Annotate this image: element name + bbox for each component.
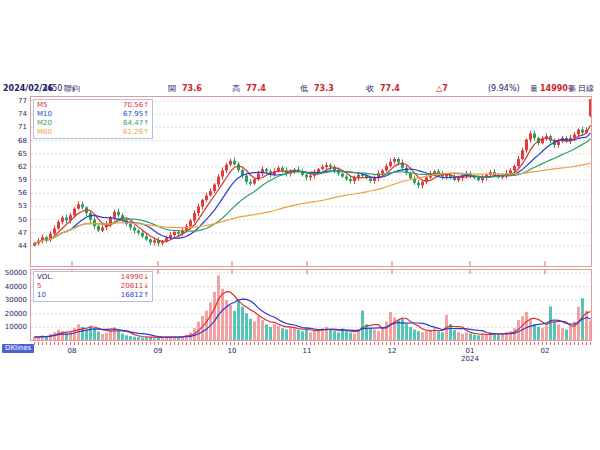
- month-label: 08: [60, 347, 84, 355]
- volume-tick-label: 10000: [1, 322, 27, 332]
- high-value: 77.4: [246, 84, 266, 94]
- price-tick-label: 56: [1, 188, 27, 198]
- ma-value: 70.56↑: [123, 101, 149, 110]
- volume-tick-label: 30000: [1, 295, 27, 305]
- volume-legend-value: 16812↑: [121, 291, 149, 300]
- volume-legend-row: 520611↓: [37, 282, 149, 291]
- volume-legend-value: 14990↓: [121, 273, 149, 282]
- month-label: 02: [533, 347, 557, 355]
- year-label: 2024: [458, 355, 482, 363]
- price-tick-label: 50: [1, 215, 27, 225]
- ma-label: M20: [37, 119, 52, 128]
- change-value: △7: [436, 84, 448, 94]
- close-value: 77.4: [380, 84, 400, 94]
- ma-legend-row: M1067.95↑: [37, 110, 149, 119]
- volume-legend-value: 20611↓: [121, 282, 149, 291]
- stock-name: 聯鈞: [64, 84, 80, 94]
- low-label: 低: [300, 84, 308, 94]
- month-label: 09: [146, 347, 170, 355]
- volume-legend-label: 10: [37, 291, 46, 300]
- month-label: 11: [295, 347, 319, 355]
- price-tick-label: 74: [1, 109, 27, 119]
- price-tick-label: 65: [1, 149, 27, 159]
- chart-mode-badge[interactable]: DKlines: [2, 344, 34, 353]
- month-label: 01: [458, 347, 482, 355]
- period-selector[interactable]: 日線: [578, 84, 594, 94]
- close-label: 收: [366, 84, 374, 94]
- price-tick-label: 53: [1, 201, 27, 211]
- ma-value: 64.47↑: [123, 119, 149, 128]
- volume-tick-label: 20000: [1, 309, 27, 319]
- ma-legend-row: M570.56↑: [37, 101, 149, 110]
- volume-legend: VOL.14990↓520611↓1016812↑: [33, 271, 153, 302]
- ma-label: M10: [37, 110, 52, 119]
- volume-legend-row: VOL.14990↓: [37, 273, 149, 282]
- volume-unit: 張: [568, 84, 576, 94]
- low-value: 73.3: [314, 84, 334, 94]
- price-tick-label: 71: [1, 122, 27, 132]
- month-label: 10: [220, 347, 244, 355]
- stock-chart-app: 2024/02/26 3450 聯鈞 開 73.6 高 77.4 低 73.3 …: [0, 0, 600, 450]
- volume-legend-label: VOL.: [37, 273, 53, 282]
- change-pct: (9.94%): [488, 84, 520, 94]
- ma-label: M60: [37, 128, 52, 137]
- high-label: 高: [232, 84, 240, 94]
- price-tick-label: 68: [1, 136, 27, 146]
- price-tick-label: 44: [1, 241, 27, 251]
- open-label: 開: [168, 84, 176, 94]
- ma-legend: M570.56↑M1067.95↑M2064.47↑M6061.26↑: [33, 99, 153, 139]
- ma-value: 67.95↑: [123, 110, 149, 119]
- stock-code: 3450: [42, 84, 62, 94]
- price-tick-label: 47: [1, 228, 27, 238]
- volume-legend-row: 1016812↑: [37, 291, 149, 300]
- ma-label: M5: [37, 101, 48, 110]
- volume-tick-label: 50000: [1, 268, 27, 278]
- volume-legend-label: 5: [37, 282, 41, 291]
- month-label: 12: [380, 347, 404, 355]
- volume-tick-label: 40000: [1, 282, 27, 292]
- open-value: 73.6: [182, 84, 202, 94]
- price-tick-label: 77: [1, 96, 27, 106]
- price-tick-label: 62: [1, 162, 27, 172]
- ma-value: 61.26↑: [123, 128, 149, 137]
- ma-legend-row: M2064.47↑: [37, 119, 149, 128]
- price-tick-label: 59: [1, 175, 27, 185]
- volume-label: 量: [530, 84, 538, 94]
- ma-legend-row: M6061.26↑: [37, 128, 149, 137]
